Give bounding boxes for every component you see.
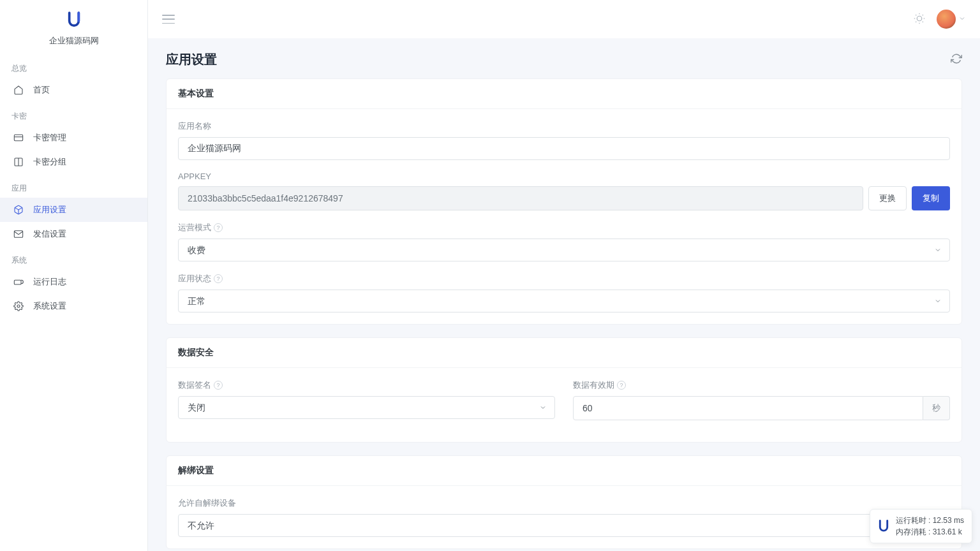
page-title: 应用设置 — [166, 51, 217, 68]
theme-toggle-icon[interactable] — [914, 13, 925, 26]
user-menu[interactable] — [937, 10, 966, 29]
appkey-input[interactable] — [178, 186, 863, 210]
nav-section-cards: 卡密 — [0, 102, 147, 126]
perf-runtime: 运行耗时 : 12.53 ms — [896, 515, 964, 526]
coffee-icon — [13, 276, 24, 288]
self-unbind-select[interactable]: 不允许 — [178, 514, 950, 537]
help-icon[interactable]: ? — [214, 274, 223, 283]
replace-button[interactable]: 更换 — [868, 186, 907, 210]
help-icon[interactable]: ? — [617, 381, 626, 390]
svg-line-11 — [916, 15, 916, 15]
refresh-button[interactable] — [951, 53, 962, 66]
mode-select[interactable]: 收费 — [178, 239, 950, 261]
status-select[interactable]: 正常 — [178, 290, 950, 312]
brand-logo-icon — [67, 11, 81, 28]
svg-line-16 — [923, 15, 923, 15]
card-data-security: 数据安全 数据签名? 关闭 数据有效期? 秒 — [166, 337, 962, 443]
home-icon — [13, 84, 24, 96]
sidebar-item-label: 系统设置 — [33, 300, 66, 312]
card-unbind-settings: 解绑设置 允许自解绑设备 不允许 — [166, 455, 962, 549]
mail-icon — [13, 228, 24, 240]
svg-point-8 — [917, 16, 922, 21]
sidebar-item-label: 应用设置 — [33, 204, 66, 216]
app-name-input[interactable] — [178, 137, 950, 160]
ttl-label: 数据有效期? — [573, 379, 950, 391]
sidebar-item-logs[interactable]: 运行日志 — [0, 270, 147, 294]
nav-section-system: 系统 — [0, 246, 147, 270]
sidebar-item-home[interactable]: 首页 — [0, 78, 147, 102]
brand: 企业猫源码网 — [0, 0, 147, 54]
sidebar-item-label: 卡密分组 — [33, 156, 66, 168]
svg-point-7 — [17, 305, 20, 307]
svg-line-15 — [916, 21, 916, 22]
sidebar-item-app-settings[interactable]: 应用设置 — [0, 198, 147, 222]
sidebar-item-mail-settings[interactable]: 发信设置 — [0, 222, 147, 246]
card-header: 基本设置 — [167, 79, 961, 109]
self-unbind-label: 允许自解绑设备 — [178, 497, 950, 509]
ttl-input[interactable] — [573, 396, 923, 420]
sidebar-item-label: 发信设置 — [33, 228, 66, 240]
columns-icon — [13, 156, 24, 168]
performance-badge: 运行耗时 : 12.53 ms 内存消耗 : 313.61 k — [870, 509, 972, 543]
help-icon[interactable]: ? — [214, 381, 223, 390]
help-icon[interactable]: ? — [214, 223, 223, 232]
chevron-down-icon — [958, 14, 966, 24]
menu-toggle-icon[interactable] — [162, 15, 175, 24]
avatar — [937, 10, 956, 29]
card-basic-settings: 基本设置 应用名称 APPKEY 更换 复制 — [166, 78, 962, 325]
appkey-label: APPKEY — [178, 172, 950, 181]
sidebar-item-system-settings[interactable]: 系统设置 — [0, 294, 147, 318]
nav-section-app: 应用 — [0, 174, 147, 198]
status-label: 应用状态? — [178, 273, 950, 284]
sidebar-item-label: 运行日志 — [33, 276, 66, 288]
sidebar-item-label: 卡密管理 — [33, 132, 66, 143]
ttl-unit: 秒 — [923, 396, 950, 420]
app-name-label: 应用名称 — [178, 121, 950, 132]
card-header: 数据安全 — [167, 338, 961, 368]
svg-rect-5 — [14, 231, 22, 238]
brand-name: 企业猫源码网 — [0, 35, 147, 47]
mode-label: 运营模式? — [178, 222, 950, 233]
card-header: 解绑设置 — [167, 456, 961, 486]
brand-logo-icon — [878, 520, 889, 533]
sidebar: 企业猫源码网 总览 首页 卡密 卡密管理 卡密分组 应用 应用设置 发信设置 系… — [0, 0, 148, 551]
topbar — [148, 0, 980, 38]
sign-label: 数据签名? — [178, 379, 555, 391]
sidebar-item-card-manage[interactable]: 卡密管理 — [0, 126, 147, 150]
copy-button[interactable]: 复制 — [912, 186, 950, 210]
nav-section-overview: 总览 — [0, 54, 147, 78]
sidebar-item-card-group[interactable]: 卡密分组 — [0, 150, 147, 174]
box-icon — [13, 204, 24, 216]
sign-select[interactable]: 关闭 — [178, 396, 555, 419]
gear-icon — [13, 300, 24, 312]
card-icon — [13, 132, 24, 143]
svg-rect-0 — [14, 135, 22, 140]
perf-memory: 内存消耗 : 313.61 k — [896, 526, 964, 538]
svg-rect-6 — [14, 280, 21, 284]
svg-line-12 — [923, 21, 923, 22]
sidebar-item-label: 首页 — [33, 84, 50, 96]
